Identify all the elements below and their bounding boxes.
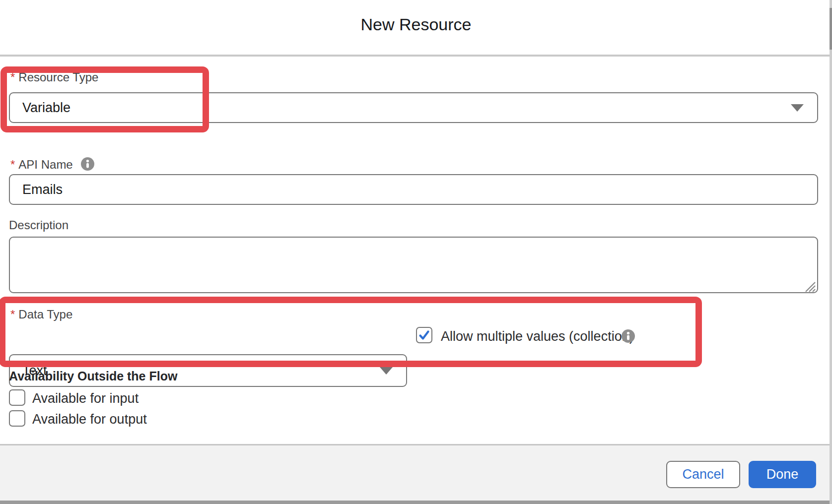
required-asterisk: * — [10, 70, 15, 84]
info-icon[interactable] — [81, 157, 94, 173]
available-for-input-checkbox[interactable] — [9, 389, 25, 406]
done-button[interactable]: Done — [749, 461, 816, 488]
description-textarea[interactable] — [9, 237, 818, 293]
dialog-title: New Resource — [0, 15, 832, 34]
resource-type-value: Variable — [22, 100, 70, 116]
chevron-down-icon — [380, 367, 393, 375]
description-label: Description — [9, 219, 69, 232]
required-asterisk: * — [10, 308, 15, 321]
api-name-label: *API Name — [10, 158, 73, 172]
available-for-input-label[interactable]: Available for input — [32, 391, 139, 406]
bottom-edge-strip — [0, 501, 832, 504]
allow-multiple-checkbox[interactable] — [416, 327, 432, 343]
allow-multiple-label[interactable]: Allow multiple values (collection) — [441, 329, 634, 344]
scrollbar-thumb[interactable] — [830, 8, 832, 50]
cancel-button[interactable]: Cancel — [666, 461, 740, 488]
api-name-input[interactable] — [9, 174, 818, 205]
required-asterisk: * — [10, 158, 15, 171]
available-for-output-label[interactable]: Available for output — [32, 412, 147, 427]
info-icon[interactable] — [622, 329, 635, 345]
resource-type-combobox[interactable]: Variable — [9, 92, 818, 123]
scrollbar-track[interactable] — [830, 0, 832, 504]
availability-heading: Availability Outside the Flow — [9, 369, 177, 383]
available-for-output-checkbox[interactable] — [9, 410, 25, 427]
resource-type-label: *Resource Type — [10, 70, 98, 84]
data-type-label: *Data Type — [10, 308, 72, 321]
chevron-down-icon — [791, 104, 804, 112]
header-divider — [0, 55, 832, 57]
checkmark-icon — [418, 329, 430, 341]
